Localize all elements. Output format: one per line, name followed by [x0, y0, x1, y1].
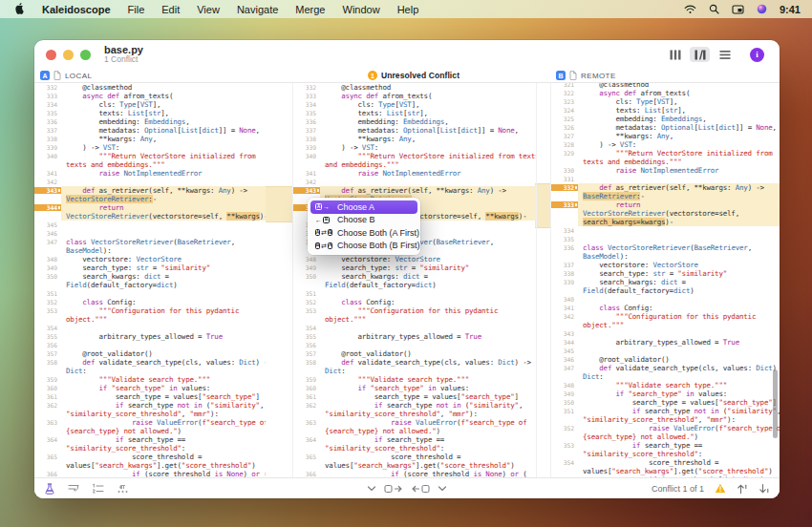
code-line[interactable]: Field(default_factory=dict)	[293, 281, 536, 289]
chevron-down-icon[interactable]	[438, 486, 447, 492]
code-line[interactable]: 342	[293, 178, 536, 186]
code-line[interactable]: 344 return	[34, 203, 266, 212]
menu-item-choose-both-a-first[interactable]: A⇄BChoose Both (A First)	[310, 226, 417, 240]
code-line[interactable]: Dict:	[551, 372, 780, 381]
line-numbers-icon[interactable]	[92, 483, 104, 495]
menu-merge[interactable]: Merge	[295, 4, 325, 15]
code-line[interactable]: 361 search_type = values["search_type"]	[293, 392, 536, 401]
code-line[interactable]: 343 def as_retriever(self, **kwargs: Any…	[293, 186, 536, 195]
code-line[interactable]: 332 @classmethod	[293, 83, 536, 92]
code-line[interactable]: texts and embeddings."""	[34, 160, 266, 169]
previous-conflict-button[interactable]	[737, 483, 748, 495]
code-line[interactable]: 365 score_threshold =	[34, 453, 266, 461]
code-line[interactable]: 336class VectorStoreRetriever(BaseRetrie…	[551, 243, 780, 252]
code-line[interactable]: 357 @root_validator()	[293, 349, 536, 358]
text-wrap-icon[interactable]	[68, 483, 79, 495]
code-line[interactable]: 359 """Validate search type."""	[34, 375, 266, 384]
code-line[interactable]: 360 if "search_type" in values:	[34, 384, 266, 392]
zoom-button[interactable]	[80, 50, 91, 60]
merge-wizard-icon[interactable]	[44, 483, 55, 495]
code-line[interactable]: 335 texts: List[str],	[34, 109, 266, 117]
code-line[interactable]: search_kwargs=kwargs)-	[551, 218, 780, 226]
menu-view[interactable]: View	[197, 4, 220, 15]
code-line[interactable]: 331	[551, 175, 780, 183]
code-line[interactable]: 335 texts: List[str],	[293, 109, 536, 117]
code-line[interactable]: and embeddings."""	[293, 160, 536, 169]
code-line[interactable]: 332 def as_retriever(self, **kwargs: Any…	[551, 183, 780, 192]
code-line[interactable]: 353 """Configuration for this pydantic	[293, 306, 536, 315]
code-line[interactable]: Dict:	[34, 367, 266, 375]
menu-file[interactable]: File	[128, 4, 145, 15]
invisibles-icon[interactable]	[117, 483, 129, 495]
code-line[interactable]: 348 vectorstore: VectorStore	[34, 255, 266, 264]
code-line[interactable]: VectorStoreRetriever:-	[34, 195, 266, 203]
code-line[interactable]: 340 """Return VectorStore initialized fr…	[34, 152, 266, 160]
code-line[interactable]: values["search_kwargs"].get("score_thres…	[293, 461, 536, 470]
unified-view-button[interactable]	[715, 47, 735, 62]
code-line[interactable]: 330 raise NotImplementedError	[551, 166, 780, 175]
code-line[interactable]: 333 return	[551, 200, 780, 209]
code-line[interactable]: 329 """Return VectorStore initialized fr…	[551, 149, 780, 158]
code-line[interactable]: {search_type} not allowed.")	[293, 427, 536, 435]
colored-sphere-icon[interactable]	[757, 4, 767, 14]
code-line[interactable]: 327 **kwargs: Any,	[551, 132, 780, 140]
code-line[interactable]: "similarity_score_threshold":	[551, 450, 780, 458]
code-line[interactable]: VectorStoreRetriever(vectorstore=self, *…	[34, 212, 266, 221]
choose-b-icon[interactable]	[412, 485, 430, 493]
code-line[interactable]: 347 def validate_search_type(cls, values…	[551, 364, 780, 372]
code-line[interactable]: BaseModel):	[34, 246, 266, 255]
clock[interactable]: 9:41	[780, 4, 801, 15]
code-line[interactable]: 354 score_threshold =	[551, 458, 780, 467]
code-line[interactable]: 352 class Config:	[34, 298, 266, 306]
code-line[interactable]: 328 ) -> VST:	[551, 140, 780, 149]
minimize-button[interactable]	[63, 50, 74, 60]
code-line[interactable]: 337 metadatas: Optional[List[dict]] = No…	[34, 126, 266, 135]
code-line[interactable]: 358 def validate_search_type(cls, values…	[34, 358, 266, 367]
code-line[interactable]: 338 **kwargs: Any,	[34, 135, 266, 143]
code-line[interactable]: 343 def as_retriever(self, **kwargs: Any…	[34, 186, 266, 195]
code-line[interactable]: {search_type} not allowed.")	[34, 427, 266, 435]
code-line[interactable]: 343	[551, 329, 780, 338]
menu-navigate[interactable]: Navigate	[237, 4, 278, 15]
code-line[interactable]: 352 raise ValueError(f"search_type of	[551, 424, 780, 432]
code-line[interactable]: 342 """Configuration for this pydantic	[551, 312, 780, 321]
code-line[interactable]: 349 search_type: str = "similarity"	[34, 264, 266, 272]
code-line[interactable]: 355 arbitrary_types_allowed = True	[293, 332, 536, 341]
code-line[interactable]: 325 embedding: Embeddings,	[551, 115, 780, 123]
code-line[interactable]: object."""	[551, 321, 780, 329]
code-line[interactable]: 354	[293, 324, 536, 332]
code-line[interactable]: values["search_kwargs"].get("score_thres…	[551, 467, 780, 475]
code-line[interactable]: 335	[551, 235, 780, 243]
code-line[interactable]: "similarity_score_threshold":	[34, 444, 266, 453]
next-conflict-button[interactable]	[759, 483, 770, 495]
code-line[interactable]: {search_type} not allowed.")	[551, 432, 780, 441]
close-button[interactable]	[46, 50, 56, 60]
code-line[interactable]: 345	[551, 347, 780, 355]
wifi-icon[interactable]	[684, 5, 696, 14]
fluid-view-button[interactable]	[690, 47, 710, 62]
code-line[interactable]: Field(default_factory=dict)	[551, 286, 780, 295]
code-line[interactable]: 351 if search_type not in ("similarity",	[551, 407, 780, 415]
code-line[interactable]: 345	[34, 221, 266, 229]
code-line[interactable]: 339 ) -> VST:	[293, 143, 536, 152]
code-line[interactable]: 362 if search_type not in ("similarity",	[293, 401, 536, 410]
code-line[interactable]: 333 async def afrom_texts(	[293, 92, 536, 100]
code-line[interactable]: 365 score_threshold =	[293, 453, 536, 461]
menu-help[interactable]: Help	[397, 4, 419, 15]
code-line[interactable]: 341 class Config:	[551, 304, 780, 312]
code-line[interactable]: Field(default_factory=dict)	[34, 281, 266, 289]
code-line[interactable]: 336 embedding: Embeddings,	[34, 117, 266, 126]
code-line[interactable]: 350 search_kwargs: dict =	[293, 272, 536, 281]
code-line[interactable]: 332 @classmethod	[34, 83, 266, 92]
code-line[interactable]: "similarity_score_threshold":	[293, 444, 536, 453]
columns-view-button[interactable]	[665, 47, 685, 62]
code-line[interactable]: 348 vectorstore: VectorStore	[293, 255, 536, 264]
code-line[interactable]: 341 raise NotImplementedError	[293, 169, 536, 178]
menu-item-choose-both-b-first[interactable]: B⇄AChoose Both (B First)	[310, 240, 417, 253]
code-line[interactable]: 339 search_kwargs: dict =	[551, 278, 780, 286]
code-line[interactable]: BaseRetriever:-	[551, 192, 780, 200]
code-line[interactable]: 354	[34, 324, 266, 332]
code-line[interactable]: values["search_kwargs"].get("score_thres…	[34, 461, 266, 470]
code-line[interactable]: 334 cls: Type[VST],	[34, 100, 266, 109]
code-line[interactable]: 353 if search_type ==	[551, 441, 780, 450]
